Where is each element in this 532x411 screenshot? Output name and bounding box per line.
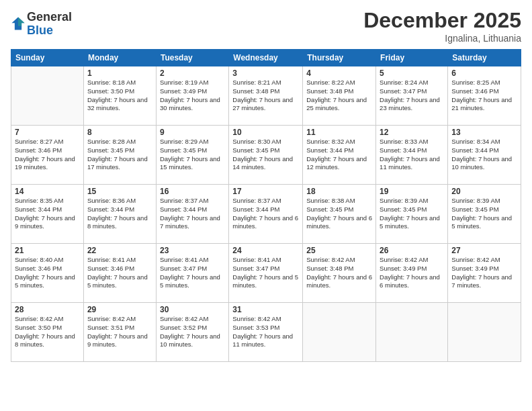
col-tuesday: Tuesday [156,50,228,66]
day-number: 29 [87,305,152,314]
day-cell [303,303,376,362]
day-cell: 9Sunrise: 8:29 AM Sunset: 3:45 PM Daylig… [156,126,228,185]
day-info: Sunrise: 8:28 AM Sunset: 3:45 PM Dayligh… [87,138,152,172]
day-number: 19 [380,187,444,196]
day-number: 8 [87,128,152,137]
day-cell: 7Sunrise: 8:27 AM Sunset: 3:46 PM Daylig… [11,126,84,185]
location: Ignalina, Lithuania [363,33,521,44]
day-info: Sunrise: 8:42 AM Sunset: 3:49 PM Dayligh… [451,256,517,290]
day-number: 6 [451,68,517,78]
day-info: Sunrise: 8:41 AM Sunset: 3:47 PM Dayligh… [232,256,299,290]
day-number: 25 [306,246,372,255]
day-info: Sunrise: 8:37 AM Sunset: 3:44 PM Dayligh… [160,197,225,231]
svg-marker-1 [18,17,25,26]
calendar: Sunday Monday Tuesday Wednesday Thursday… [11,49,521,362]
day-number: 12 [380,128,444,137]
day-cell: 28Sunrise: 8:42 AM Sunset: 3:50 PM Dayli… [11,303,84,362]
day-number: 14 [15,187,80,196]
week-row-1: 7Sunrise: 8:27 AM Sunset: 3:46 PM Daylig… [11,126,521,185]
day-number: 21 [15,246,80,255]
day-number: 3 [232,68,299,78]
col-saturday: Saturday [448,50,521,66]
logo-text: General Blue [27,11,72,38]
col-wednesday: Wednesday [229,50,303,66]
day-info: Sunrise: 8:42 AM Sunset: 3:49 PM Dayligh… [380,256,444,290]
day-number: 5 [380,68,444,78]
day-cell [11,66,84,126]
day-number: 26 [380,246,444,255]
day-number: 1 [87,68,152,78]
day-info: Sunrise: 8:42 AM Sunset: 3:50 PM Dayligh… [15,315,80,349]
day-number: 30 [160,305,225,314]
day-cell: 3Sunrise: 8:21 AM Sunset: 3:48 PM Daylig… [229,66,303,126]
day-info: Sunrise: 8:34 AM Sunset: 3:44 PM Dayligh… [451,138,517,172]
day-info: Sunrise: 8:42 AM Sunset: 3:53 PM Dayligh… [232,315,299,349]
day-cell: 23Sunrise: 8:41 AM Sunset: 3:47 PM Dayli… [156,244,228,303]
day-cell: 17Sunrise: 8:37 AM Sunset: 3:44 PM Dayli… [229,185,303,244]
calendar-body: 1Sunrise: 8:18 AM Sunset: 3:50 PM Daylig… [11,66,521,362]
day-number: 2 [160,68,225,78]
day-number: 11 [306,128,372,137]
header-row: Sunday Monday Tuesday Wednesday Thursday… [11,50,521,66]
col-sunday: Sunday [11,50,84,66]
day-cell: 8Sunrise: 8:28 AM Sunset: 3:45 PM Daylig… [83,126,156,185]
day-number: 10 [232,128,299,137]
day-cell: 6Sunrise: 8:25 AM Sunset: 3:46 PM Daylig… [448,66,521,126]
day-cell: 29Sunrise: 8:42 AM Sunset: 3:51 PM Dayli… [83,303,156,362]
page: General Blue December 2025 Ignalina, Lit… [0,0,532,411]
day-number: 7 [15,128,80,137]
day-number: 16 [160,187,225,196]
day-info: Sunrise: 8:37 AM Sunset: 3:44 PM Dayligh… [232,197,299,231]
day-info: Sunrise: 8:25 AM Sunset: 3:46 PM Dayligh… [451,79,517,113]
day-info: Sunrise: 8:35 AM Sunset: 3:44 PM Dayligh… [15,197,80,231]
day-cell: 27Sunrise: 8:42 AM Sunset: 3:49 PM Dayli… [448,244,521,303]
day-cell: 18Sunrise: 8:38 AM Sunset: 3:45 PM Dayli… [303,185,376,244]
day-cell: 1Sunrise: 8:18 AM Sunset: 3:50 PM Daylig… [83,66,156,126]
day-info: Sunrise: 8:40 AM Sunset: 3:46 PM Dayligh… [15,256,80,290]
day-number: 20 [451,187,517,196]
day-cell: 12Sunrise: 8:33 AM Sunset: 3:44 PM Dayli… [376,126,448,185]
day-info: Sunrise: 8:41 AM Sunset: 3:46 PM Dayligh… [87,256,152,290]
day-cell: 21Sunrise: 8:40 AM Sunset: 3:46 PM Dayli… [11,244,84,303]
day-cell: 13Sunrise: 8:34 AM Sunset: 3:44 PM Dayli… [448,126,521,185]
day-info: Sunrise: 8:33 AM Sunset: 3:44 PM Dayligh… [380,138,444,172]
week-row-3: 21Sunrise: 8:40 AM Sunset: 3:46 PM Dayli… [11,244,521,303]
day-info: Sunrise: 8:30 AM Sunset: 3:45 PM Dayligh… [232,138,299,172]
title-section: December 2025 Ignalina, Lithuania [363,8,521,44]
day-cell: 22Sunrise: 8:41 AM Sunset: 3:46 PM Dayli… [83,244,156,303]
day-cell: 31Sunrise: 8:42 AM Sunset: 3:53 PM Dayli… [229,303,303,362]
day-number: 9 [160,128,225,137]
day-info: Sunrise: 8:38 AM Sunset: 3:45 PM Dayligh… [306,197,372,231]
day-cell: 19Sunrise: 8:39 AM Sunset: 3:45 PM Dayli… [376,185,448,244]
day-cell: 16Sunrise: 8:37 AM Sunset: 3:44 PM Dayli… [156,185,228,244]
day-cell: 25Sunrise: 8:42 AM Sunset: 3:48 PM Dayli… [303,244,376,303]
day-number: 13 [451,128,517,137]
week-row-2: 14Sunrise: 8:35 AM Sunset: 3:44 PM Dayli… [11,185,521,244]
calendar-header: Sunday Monday Tuesday Wednesday Thursday… [11,50,521,66]
week-row-0: 1Sunrise: 8:18 AM Sunset: 3:50 PM Daylig… [11,66,521,126]
col-friday: Friday [376,50,448,66]
day-cell: 10Sunrise: 8:30 AM Sunset: 3:45 PM Dayli… [229,126,303,185]
day-info: Sunrise: 8:36 AM Sunset: 3:44 PM Dayligh… [87,197,152,231]
day-info: Sunrise: 8:42 AM Sunset: 3:51 PM Dayligh… [87,315,152,349]
day-cell: 24Sunrise: 8:41 AM Sunset: 3:47 PM Dayli… [229,244,303,303]
day-info: Sunrise: 8:32 AM Sunset: 3:44 PM Dayligh… [306,138,372,172]
day-info: Sunrise: 8:18 AM Sunset: 3:50 PM Dayligh… [87,79,152,113]
day-number: 22 [87,246,152,255]
day-info: Sunrise: 8:22 AM Sunset: 3:48 PM Dayligh… [306,79,372,113]
logo: General Blue [11,11,72,38]
month-title: December 2025 [363,8,521,33]
day-number: 15 [87,187,152,196]
day-info: Sunrise: 8:42 AM Sunset: 3:52 PM Dayligh… [160,315,225,349]
day-cell: 20Sunrise: 8:39 AM Sunset: 3:45 PM Dayli… [448,185,521,244]
day-number: 18 [306,187,372,196]
day-info: Sunrise: 8:39 AM Sunset: 3:45 PM Dayligh… [380,197,444,231]
week-row-4: 28Sunrise: 8:42 AM Sunset: 3:50 PM Dayli… [11,303,521,362]
header: General Blue December 2025 Ignalina, Lit… [11,8,521,44]
logo-general-text: General [27,11,72,24]
day-info: Sunrise: 8:19 AM Sunset: 3:49 PM Dayligh… [160,79,225,113]
day-number: 17 [232,187,299,196]
col-monday: Monday [83,50,156,66]
day-number: 24 [232,246,299,255]
day-info: Sunrise: 8:27 AM Sunset: 3:46 PM Dayligh… [15,138,80,172]
